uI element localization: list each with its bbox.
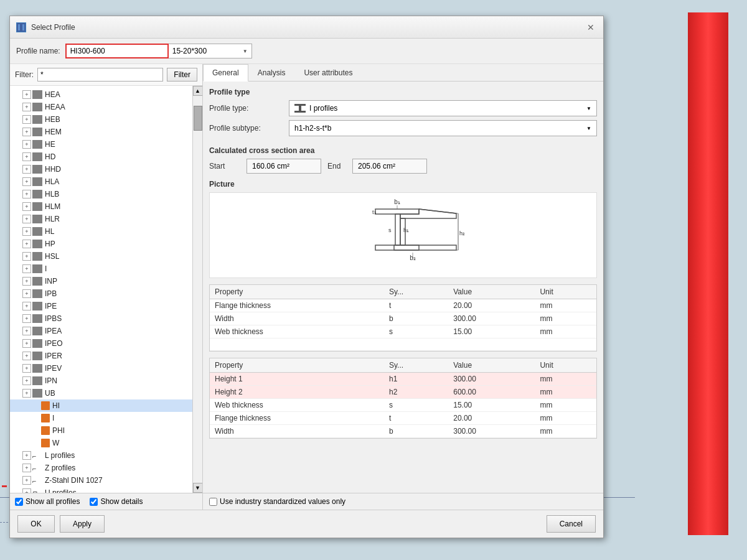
show-details-checkbox[interactable] <box>90 498 98 506</box>
expand-icon[interactable]: + <box>22 227 31 236</box>
expand-icon[interactable]: + <box>22 177 31 186</box>
tree-item-ipbs[interactable]: + IPBS <box>10 312 192 325</box>
expand-icon[interactable]: + <box>22 140 31 149</box>
expand-icon[interactable]: + <box>22 339 31 348</box>
tree-item-ipeo[interactable]: + IPEO <box>10 337 192 350</box>
profile-subtype-dropdown[interactable]: h1-h2-s-t*b ▼ <box>289 120 597 136</box>
expand-icon[interactable]: + <box>22 314 31 323</box>
tree-item-hlr[interactable]: + HLR <box>10 213 192 225</box>
right-bottom-bar: Use industry standardized values only <box>203 493 603 510</box>
tree-item-hlb[interactable]: + HLB <box>10 188 192 200</box>
expand-icon[interactable]: + <box>22 264 31 273</box>
tree-item-he[interactable]: + HE <box>10 138 192 151</box>
tree-item-hhd[interactable]: + HHD <box>10 163 192 175</box>
tree-item-hem[interactable]: + HEM <box>10 126 192 138</box>
tree-item-hl[interactable]: + HL <box>10 225 192 238</box>
expand-icon[interactable]: + <box>22 115 31 124</box>
tree-item-hla[interactable]: + HLA <box>10 175 192 188</box>
bottom-checkboxes: Show all profiles Show details <box>10 493 202 510</box>
expand-icon[interactable]: + <box>22 128 31 136</box>
start-label: Start <box>209 162 240 170</box>
ok-button[interactable]: OK <box>17 515 55 533</box>
expand-icon[interactable]: + <box>22 240 31 248</box>
tree-item-hd[interactable]: + HD <box>10 151 192 163</box>
filter-button[interactable]: Filter <box>167 68 197 82</box>
profile-name-dropdown[interactable]: 15-20*300 ▼ <box>169 44 252 58</box>
profile-name-input[interactable] <box>65 44 169 58</box>
tree-item-iper[interactable]: + IPER <box>10 350 192 362</box>
expand-icon[interactable]: + <box>22 451 31 460</box>
tab-analysis[interactable]: Analysis <box>248 64 295 82</box>
expand-icon[interactable]: + <box>22 389 31 398</box>
expand-icon[interactable]: + <box>22 90 31 99</box>
expand-icon[interactable]: + <box>22 476 31 485</box>
props-top: Property Sy... Value Unit Flange thickne… <box>210 285 596 351</box>
tree-area: + HEA + HEAA + HEB + <box>10 86 202 493</box>
apply-button[interactable]: Apply <box>60 515 105 533</box>
scroll-down-btn[interactable]: ▼ <box>193 483 203 493</box>
tree-item-hlm[interactable]: + HLM <box>10 200 192 213</box>
tree-item-ipe[interactable]: + IPE <box>10 300 192 312</box>
tree-item-hsl[interactable]: + HSL <box>10 250 192 263</box>
show-all-profiles-checkbox[interactable] <box>15 498 23 506</box>
tree-item-phi[interactable]: PHI <box>10 424 192 437</box>
tree-container[interactable]: + HEA + HEAA + HEB + <box>10 86 192 493</box>
tree-item-ipn[interactable]: + IPN <box>10 375 192 387</box>
expand-icon[interactable]: + <box>22 190 31 198</box>
profile-icon <box>32 165 42 174</box>
expand-icon[interactable]: + <box>22 277 31 286</box>
tab-general[interactable]: General <box>203 64 248 82</box>
prop-sym: s <box>384 325 448 338</box>
scrollbar-thumb[interactable] <box>194 106 202 131</box>
tree-item-w[interactable]: W <box>10 437 192 449</box>
tree-item-heb[interactable]: + HEB <box>10 113 192 126</box>
table-row: Width b 300.00 mm <box>210 312 596 325</box>
tree-item-u-profiles[interactable]: + ⊓ U profiles <box>10 487 192 493</box>
filter-input[interactable] <box>37 68 163 82</box>
props-top-table: Property Sy... Value Unit Flange thickne… <box>209 284 597 352</box>
expand-icon[interactable]: + <box>22 103 31 111</box>
expand-icon[interactable]: + <box>22 252 31 261</box>
expand-icon[interactable]: + <box>22 327 31 335</box>
tree-item-z-stahl[interactable]: + ⌐ Z-Stahl DIN 1027 <box>10 474 192 487</box>
expand-icon[interactable]: + <box>22 488 31 493</box>
dialog-bottom: OK Apply Cancel <box>10 510 603 538</box>
expand-icon[interactable]: + <box>22 352 31 360</box>
tree-item-ipb[interactable]: + IPB <box>10 287 192 300</box>
cancel-button[interactable]: Cancel <box>547 515 596 533</box>
tree-item-ub[interactable]: + UB <box>10 387 192 399</box>
tree-item-hi[interactable]: HI <box>10 399 192 412</box>
industry-std-checkbox[interactable] <box>209 498 217 506</box>
prop-sym: h1 <box>384 373 448 386</box>
tree-item-hp[interactable]: + HP <box>10 238 192 250</box>
expand-icon[interactable]: + <box>22 165 31 174</box>
expand-icon[interactable]: + <box>22 202 31 211</box>
prop-name: Flange thickness <box>210 412 384 425</box>
expand-icon[interactable]: + <box>22 302 31 310</box>
expand-icon[interactable]: + <box>22 464 31 472</box>
scroll-up-btn[interactable]: ▲ <box>193 86 203 96</box>
expand-icon[interactable]: + <box>22 152 31 161</box>
expand-icon[interactable]: + <box>22 376 31 385</box>
profile-icon-orange <box>41 414 50 422</box>
svg-rect-2 <box>20 23 22 32</box>
select-profile-dialog: Select Profile ✕ Profile name: 15-20*300… <box>9 16 604 538</box>
prop-value: 15.00 <box>448 399 535 412</box>
tree-item-heaa[interactable]: + HEAA <box>10 101 192 113</box>
dialog-close-button[interactable]: ✕ <box>585 21 597 34</box>
tree-item-ipev[interactable]: + IPEV <box>10 362 192 375</box>
expand-icon[interactable]: + <box>22 215 31 223</box>
tree-item-i2[interactable]: I <box>10 412 192 424</box>
tree-item-z-profiles[interactable]: + ⌐ Z profiles <box>10 462 192 474</box>
tree-scrollbar[interactable]: ▲ ▼ <box>192 86 202 493</box>
tree-item-hea[interactable]: + HEA <box>10 88 192 101</box>
tree-item-inp[interactable]: + INP <box>10 275 192 287</box>
tab-user-attributes[interactable]: User attributes <box>294 64 362 82</box>
prop-sym: t <box>384 299 448 312</box>
expand-icon[interactable]: + <box>22 289 31 298</box>
tree-item-l-profiles[interactable]: + ⌐ L profiles <box>10 449 192 462</box>
profile-type-dropdown[interactable]: I profiles ▼ <box>289 100 597 116</box>
expand-icon[interactable]: + <box>22 364 31 373</box>
tree-item-i[interactable]: + I <box>10 263 192 275</box>
tree-item-ipea[interactable]: + IPEA <box>10 325 192 337</box>
